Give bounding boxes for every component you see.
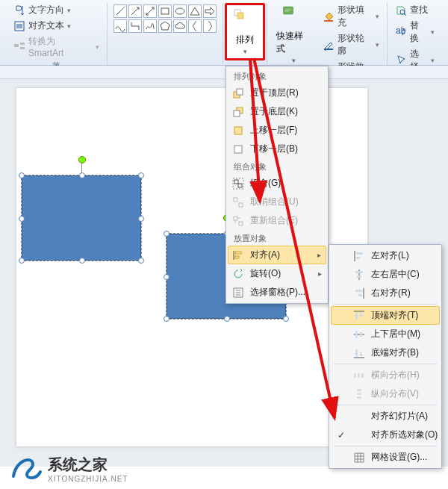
resize-handle[interactable] bbox=[19, 258, 25, 264]
menu-group[interactable]: 组合(G) bbox=[228, 174, 326, 193]
menu-align-center-h[interactable]: 左右居中(C) bbox=[331, 265, 440, 284]
shape-arrow-icon[interactable] bbox=[128, 4, 142, 18]
shape-pentagon-icon[interactable] bbox=[158, 19, 172, 33]
menu-ungroup[interactable]: 取消组合(U) bbox=[228, 193, 326, 211]
menu-rotate[interactable]: 旋转(O) ▸ bbox=[228, 264, 326, 283]
resize-handle[interactable] bbox=[79, 172, 85, 178]
shape-arrowblock-icon[interactable] bbox=[203, 4, 217, 18]
shape-triangle-icon[interactable] bbox=[188, 4, 202, 18]
chevron-down-icon: ▾ bbox=[292, 57, 296, 64]
replace-label: 替换 bbox=[410, 19, 428, 45]
menu-align-middle-v[interactable]: 上下居中(M) bbox=[331, 325, 440, 343]
menu-align-top[interactable]: 顶端对齐(T) bbox=[331, 306, 440, 325]
menu-bring-front[interactable]: 置于顶层(R) bbox=[228, 84, 326, 102]
shape-outline-label: 形状轮廓 bbox=[337, 32, 373, 57]
svg-rect-37 bbox=[355, 313, 358, 320]
align-text-button[interactable]: 对齐文本 ▾ bbox=[10, 19, 102, 33]
menu-align[interactable]: 对齐(A) ▸ bbox=[228, 246, 326, 264]
shape-outline-button[interactable]: 形状轮廓 ▾ bbox=[320, 31, 383, 58]
align-submenu: 左对齐(L) 左右居中(C) 右对齐(R) 顶端对齐(T) 上下居中(M) 底端… bbox=[329, 244, 442, 469]
shape-rect-icon[interactable] bbox=[158, 4, 172, 18]
align-bottom-icon bbox=[353, 347, 365, 359]
replace-icon: ab bbox=[395, 26, 407, 38]
menu-label: 顶端对齐(T) bbox=[371, 309, 418, 322]
menu-label: 对齐(A) bbox=[250, 249, 280, 261]
resize-handle[interactable] bbox=[164, 274, 169, 280]
logo-icon bbox=[10, 455, 43, 482]
align-icon bbox=[232, 249, 244, 261]
resize-handle[interactable] bbox=[19, 216, 25, 222]
shape-gallery[interactable] bbox=[112, 3, 218, 34]
menu-align-to-slide[interactable]: 对齐幻灯片(A) bbox=[331, 407, 440, 426]
menu-label: 底端对齐(B) bbox=[371, 346, 419, 359]
menu-align-left[interactable]: 左对齐(L) bbox=[331, 246, 440, 265]
menu-section-group: 组合对象 bbox=[228, 158, 326, 174]
menu-align-bottom[interactable]: 底端对齐(B) bbox=[331, 343, 440, 362]
svg-rect-7 bbox=[237, 13, 243, 19]
resize-handle[interactable] bbox=[138, 258, 144, 264]
shape-arrow2-icon[interactable] bbox=[143, 4, 157, 18]
shape-selection-1[interactable] bbox=[21, 175, 142, 261]
shape-connector-icon[interactable] bbox=[128, 19, 142, 33]
find-button[interactable]: 查找 bbox=[392, 3, 438, 17]
chevron-down-icon: ▾ bbox=[243, 48, 247, 55]
menu-align-right[interactable]: 右对齐(R) bbox=[331, 284, 440, 302]
svg-rect-47 bbox=[357, 393, 361, 395]
menu-send-back[interactable]: 置于底层(K) bbox=[228, 102, 326, 121]
distribute-v-icon bbox=[353, 388, 365, 400]
send-backward-icon bbox=[232, 143, 244, 155]
menu-regroup[interactable]: 重新组合(E) bbox=[228, 211, 326, 230]
check-mark-icon: ✓ bbox=[335, 430, 347, 440]
quick-styles-label: 快速样式 bbox=[276, 30, 312, 55]
resize-handle[interactable] bbox=[79, 258, 85, 264]
arrange-menu: 排列对象 置于顶层(R) 置于底层(K) 上移一层(F) 下移一层(B) 组合对… bbox=[225, 66, 329, 304]
menu-selection-pane[interactable]: 选择窗格(P)... bbox=[228, 283, 326, 302]
rectangle-shape[interactable] bbox=[22, 175, 141, 261]
menu-label: 重新组合(E) bbox=[250, 214, 298, 227]
convert-smartart-button[interactable]: 转换为 SmartArt ▾ bbox=[10, 34, 102, 59]
shape-curve-icon[interactable] bbox=[113, 19, 127, 33]
resize-handle[interactable] bbox=[164, 316, 169, 322]
menu-bring-forward[interactable]: 上移一层(F) bbox=[228, 121, 326, 140]
menu-align-selected[interactable]: ✓ 对齐所选对象(O) bbox=[331, 426, 440, 444]
shape-cloud-icon[interactable] bbox=[173, 19, 187, 33]
svg-rect-20 bbox=[234, 146, 242, 153]
bucket-icon bbox=[323, 10, 335, 22]
resize-handle[interactable] bbox=[224, 316, 230, 322]
menu-distribute-h[interactable]: 横向分布(H) bbox=[331, 366, 440, 384]
svg-rect-23 bbox=[238, 184, 242, 187]
svg-rect-43 bbox=[354, 373, 356, 378]
rotation-handle-icon[interactable] bbox=[78, 156, 86, 163]
convert-smartart-label: 转换为 SmartArt bbox=[28, 35, 93, 58]
menu-label: 网格设置(G)... bbox=[371, 451, 427, 464]
menu-send-backward[interactable]: 下移一层(B) bbox=[228, 140, 326, 158]
find-icon bbox=[395, 4, 407, 16]
shape-line-icon[interactable] bbox=[113, 4, 127, 18]
resize-handle[interactable] bbox=[283, 316, 289, 322]
bring-forward-icon bbox=[232, 125, 244, 137]
find-label: 查找 bbox=[410, 4, 428, 16]
svg-rect-34 bbox=[357, 275, 361, 278]
shape-oval-icon[interactable] bbox=[173, 4, 187, 18]
shape-brace2-icon[interactable] bbox=[203, 19, 217, 33]
ungroup-icon bbox=[232, 196, 244, 208]
resize-handle[interactable] bbox=[138, 216, 144, 222]
text-direction-button[interactable]: 文字方向 ▾ bbox=[10, 3, 102, 17]
menu-distribute-v[interactable]: 纵向分布(V) bbox=[331, 384, 440, 403]
svg-rect-40 bbox=[360, 332, 362, 337]
quick-styles-button[interactable]: 快速样式 ▾ bbox=[272, 3, 317, 66]
shape-brace-icon[interactable] bbox=[188, 19, 202, 33]
menu-label: 选择窗格(P)... bbox=[250, 286, 305, 299]
resize-handle[interactable] bbox=[164, 231, 169, 237]
svg-rect-8 bbox=[283, 7, 293, 14]
resize-handle[interactable] bbox=[138, 172, 144, 178]
arrange-button[interactable]: 排列 ▾ bbox=[225, 3, 265, 60]
svg-rect-38 bbox=[360, 313, 362, 317]
shape-fill-button[interactable]: 形状填充 ▾ bbox=[320, 3, 383, 30]
menu-grid-settings[interactable]: 网格设置(G)... bbox=[331, 448, 440, 467]
svg-rect-22 bbox=[234, 180, 238, 184]
svg-rect-18 bbox=[234, 110, 240, 116]
shape-freeform-icon[interactable] bbox=[143, 19, 157, 33]
resize-handle[interactable] bbox=[19, 172, 25, 178]
replace-button[interactable]: ab 替换 ▾ bbox=[392, 19, 438, 46]
